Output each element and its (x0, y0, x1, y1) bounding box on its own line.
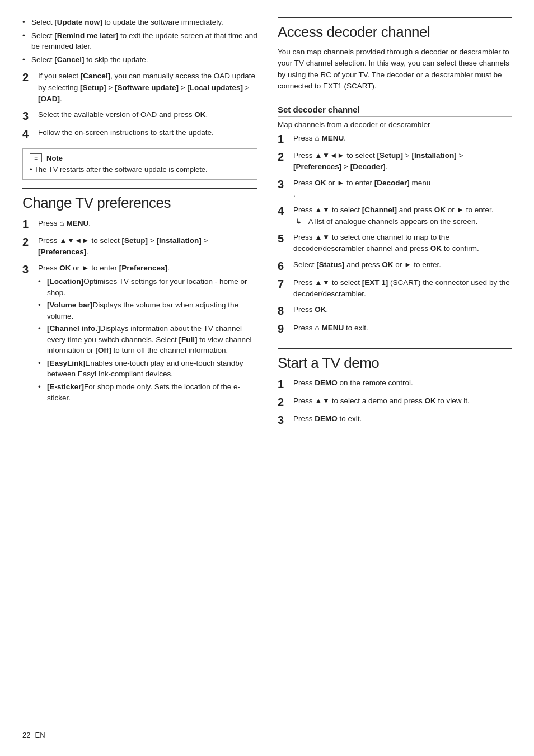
demo-step-num-3: 3 (278, 413, 293, 427)
decoder-steps: 1 Press MENU. 2 Press ▲▼◄► to select [Se… (278, 132, 512, 335)
demo-step-num-1: 1 (278, 377, 293, 391)
bullet-remind-later: Select [Remind me later] to exit the upd… (22, 30, 257, 52)
dec-step-num-6: 6 (278, 259, 293, 273)
home-icon-dec9 (315, 324, 319, 332)
change-tv-steps: 1 Press MENU. 2 Press ▲▼◄► to select [Se… (22, 217, 257, 405)
dec-step-4: 4 Press ▲▼ to select [Channel] and press… (278, 204, 512, 227)
right-column: Access decoder channel You can map chann… (278, 17, 512, 720)
dec-step-4-indent: A list of analogue channels appears on t… (293, 217, 512, 227)
dec-step-6: 6 Select [Status] and press OK or ► to e… (278, 259, 512, 273)
demo-step-content-2: Press ▲▼ to select a demo and press OK t… (293, 395, 512, 407)
dec-step-9: 9 Press MENU to exit. (278, 322, 512, 335)
columns: Select ﻿[Update now] to update the softw… (22, 17, 512, 720)
ctv-step-3: 3 Press OK or ► to enter [Preferences]. … (22, 263, 257, 405)
ctv-step-num-3: 3 (22, 263, 38, 276)
dec-step-content-1: Press MENU. (293, 132, 512, 144)
dec-step-content-6: Select [Status] and press OK or ► to ent… (293, 259, 512, 270)
step-2: 2 If you select [Cancel], you can manual… (22, 71, 257, 105)
top-bullets: Select ﻿[Update now] to update the softw… (22, 17, 257, 65)
demo-step-2: 2 Press ▲▼ to select a demo and press OK… (278, 395, 512, 409)
demo-step-1: 1 Press DEMO on the remote control. (278, 377, 512, 391)
dec-step-7: 7 Press ▲▼ to select [EXT 1] (SCART) the… (278, 277, 512, 300)
step-content-3: Select the available version of OAD and … (38, 109, 257, 120)
dec-step-num-7: 7 (278, 277, 293, 291)
pref-channel-info: [Channel info.]Displays information abou… (38, 323, 257, 356)
page-number: 22 (22, 731, 30, 739)
note-text: • The TV restarts after the software upd… (30, 165, 250, 175)
change-tv-title: Change TV preferences (22, 194, 257, 212)
dec-step-1: 1 Press MENU. (278, 132, 512, 146)
dec-step-num-5: 5 (278, 232, 293, 245)
step-num-2: 2 (22, 71, 38, 84)
dec-step-num-9: 9 (278, 322, 293, 335)
home-icon-1 (59, 219, 64, 227)
step-4: 4 Follow the on-screen instructions to s… (22, 127, 257, 141)
dec-step-content-8: Press OK. (293, 304, 512, 315)
note-icon: ≡ (30, 153, 42, 162)
decoder-divider (278, 17, 512, 18)
dec-step-content-5: Press ▲▼ to select one channel to map to… (293, 232, 512, 255)
dec-step-content-3: Press OK or ► to enter [Decoder] menu. (293, 178, 512, 200)
demo-step-3: 3 Press DEMO to exit. (278, 413, 512, 427)
dec-step-num-2: 2 (278, 150, 293, 164)
ctv-step-content-3: Press OK or ► to enter [Preferences]. [L… (38, 263, 257, 405)
change-tv-divider (22, 188, 257, 189)
dec-step-num-3: 3 (278, 178, 293, 191)
demo-step-content-1: Press DEMO on the remote control. (293, 377, 512, 389)
decoder-section-title: Access decoder channel (278, 24, 512, 41)
demo-step-content-3: Press DEMO to exit. (293, 413, 512, 424)
dec-step-num-1: 1 (278, 132, 293, 146)
page: Select ﻿[Update now] to update the softw… (0, 0, 534, 756)
left-column: Select ﻿[Update now] to update the softw… (22, 17, 257, 720)
dec-step-content-2: Press ▲▼◄► to select [Setup] > [Installa… (293, 150, 512, 173)
step-num-3: 3 (22, 109, 38, 123)
dec-step-content-9: Press MENU to exit. (293, 322, 512, 334)
pref-volume-bar: [Volume bar]Displays the volume bar when… (38, 300, 257, 321)
dec-step-3: 3 Press OK or ► to enter [Decoder] menu. (278, 178, 512, 200)
ctv-step-num-1: 1 (22, 217, 38, 231)
steps-top: 2 If you select [Cancel], you can manual… (22, 71, 257, 141)
pref-location: [Location]Optimises TV settings for your… (38, 276, 257, 298)
decoder-section-desc: You can map channels provided through a … (278, 46, 512, 92)
page-footer: 22 EN (22, 731, 512, 739)
ctv-step-num-2: 2 (22, 235, 38, 249)
dec-step-num-8: 8 (278, 304, 293, 318)
dec-step-content-4: Press ▲▼ to select [Channel] and press O… (293, 204, 512, 227)
ctv-step-1: 1 Press MENU. (22, 217, 257, 231)
pref-e-sticker: [E-sticker]For shop mode only. Sets the … (38, 381, 257, 403)
ctv-step-content-1: Press MENU. (38, 217, 257, 229)
demo-steps: 1 Press DEMO on the remote control. 2 Pr… (278, 377, 512, 427)
note-box: ≡ Note • The TV restarts after the softw… (22, 148, 257, 180)
dec-step-2: 2 Press ▲▼◄► to select [Setup] > [Instal… (278, 150, 512, 173)
dec-step-content-7: Press ▲▼ to select [EXT 1] (SCART) the c… (293, 277, 512, 300)
step-content-2: If you select [Cancel], you can manually… (38, 71, 257, 105)
bullet-cancel: Select [Cancel] to skip the update. (22, 54, 257, 66)
dec-step-5: 5 Press ▲▼ to select one channel to map … (278, 232, 512, 255)
step-num-4: 4 (22, 127, 38, 141)
home-icon-dec1 (315, 134, 319, 142)
preferences-list: [Location]Optimises TV settings for your… (38, 276, 257, 403)
demo-step-num-2: 2 (278, 395, 293, 409)
demo-section-title: Start a TV demo (278, 354, 512, 372)
step-3: 3 Select the available version of OAD an… (22, 109, 257, 123)
ctv-step-2: 2 Press ▲▼◄► to select [Setup] > [Instal… (22, 235, 257, 258)
ctv-step-content-2: Press ▲▼◄► to select [Setup] > [Installa… (38, 235, 257, 258)
dec-step-8: 8 Press OK. (278, 304, 512, 318)
set-decoder-divider (278, 100, 512, 100)
demo-divider (278, 348, 512, 349)
bullet-update-now: Select ﻿[Update now] to update the softw… (22, 17, 257, 28)
set-decoder-desc: Map channels from a decoder or descrambl… (278, 120, 512, 129)
note-label: Note (46, 154, 63, 162)
pref-easylink: [EasyLink]Enables one-touch play and one… (38, 358, 257, 380)
step-content-4: Follow the on-screen instructions to sta… (38, 127, 257, 138)
dec-step-num-4: 4 (278, 204, 293, 218)
page-lang: EN (35, 731, 45, 739)
note-header: ≡ Note (30, 153, 250, 162)
set-decoder-title: Set decoder channel (278, 105, 512, 117)
